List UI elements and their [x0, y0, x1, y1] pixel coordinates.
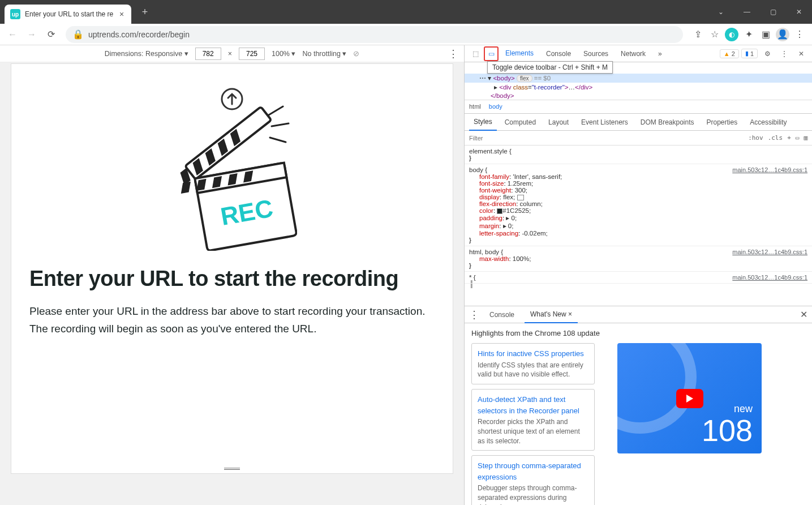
- devtools-menu-icon[interactable]: ⋮: [777, 46, 792, 61]
- resize-handle-bottom[interactable]: [224, 468, 240, 470]
- play-icon: [676, 389, 703, 408]
- maximize-button[interactable]: ▢: [760, 0, 786, 24]
- whatsnew-card[interactable]: Auto-detect XPath and text selectors in …: [471, 389, 595, 451]
- tab-accessibility[interactable]: Accessibility: [745, 114, 791, 131]
- whatsnew-video[interactable]: new 108: [617, 343, 762, 453]
- tooltip: Toggle device toolbar - Ctrl + Shift + M: [487, 61, 613, 74]
- close-button[interactable]: ✕: [786, 0, 812, 24]
- devtools-panel: ⬚ ▭ Elements Console Sources Network » ▲…: [464, 45, 812, 505]
- menu-icon[interactable]: ⋮: [792, 27, 807, 42]
- device-more-icon[interactable]: ⋮: [448, 48, 458, 60]
- tab-dom-breakpoints[interactable]: DOM Breakpoints: [636, 114, 699, 131]
- zoom-dropdown[interactable]: 100% ▾: [272, 49, 295, 58]
- tab-console[interactable]: Console: [540, 45, 577, 62]
- window-titlebar: up Enter your URL to start the recor × +…: [0, 0, 812, 24]
- url-text: uptrends.com/recorder/begin: [88, 30, 190, 39]
- back-button[interactable]: ←: [5, 27, 20, 42]
- hero-illustration: REC: [29, 87, 435, 251]
- throttling-dropdown[interactable]: No throttling ▾: [302, 49, 346, 58]
- browser-toolbar: ← → ⟳ 🔒 uptrends.com/recorder/begin ⇪ ☆ …: [0, 24, 812, 45]
- browser-tab[interactable]: up Enter your URL to start the recor ×: [5, 5, 131, 24]
- color-swatch[interactable]: [497, 208, 502, 214]
- whatsnew-card[interactable]: Hints for inactive CSS properties Identi…: [471, 343, 595, 384]
- forward-button[interactable]: →: [24, 27, 40, 42]
- height-input[interactable]: [239, 48, 265, 60]
- tab-layout[interactable]: Layout: [544, 114, 573, 131]
- css-rule[interactable]: main.503c12…1c4b9.css:1 html, body { max…: [465, 246, 812, 272]
- cls-toggle[interactable]: .cls: [768, 134, 783, 142]
- tab-properties[interactable]: Properties: [702, 114, 742, 131]
- svg-line-15: [269, 106, 283, 115]
- tab-sources[interactable]: Sources: [578, 45, 614, 62]
- drawer-menu-icon[interactable]: ⋮: [469, 309, 479, 321]
- card-desc: Recorder picks the XPath and shortest un…: [478, 417, 588, 446]
- drawer-body: Highlights from the Chrome 108 update Hi…: [465, 323, 812, 505]
- toggle-device-toolbar-icon[interactable]: ▭: [484, 46, 499, 61]
- extensions-icon[interactable]: ✦: [741, 27, 757, 42]
- drawer-close-icon[interactable]: ✕: [800, 309, 807, 320]
- whatsnew-card[interactable]: Step through comma-separated expressions…: [471, 455, 595, 505]
- tab-elements[interactable]: Elements: [500, 45, 539, 62]
- share-icon[interactable]: ⇪: [690, 27, 706, 42]
- tab-network[interactable]: Network: [615, 45, 651, 62]
- sidepanel-icon[interactable]: ▣: [758, 27, 774, 42]
- profile-avatar[interactable]: 👤: [775, 27, 790, 42]
- tab-more-icon[interactable]: »: [652, 45, 668, 62]
- crumb-html[interactable]: html: [469, 103, 481, 110]
- page-viewport: REC Enter your URL to start the recordin…: [11, 63, 453, 474]
- tab-computed[interactable]: Computed: [500, 114, 540, 131]
- chevron-down-icon[interactable]: ⌄: [708, 0, 734, 24]
- source-link[interactable]: main.503c12…1c4b9.css:1: [732, 166, 807, 173]
- rotate-icon[interactable]: ⊘: [353, 49, 359, 58]
- svg-rect-9: [181, 182, 191, 194]
- page-paragraph: Please enter your URL in the address bar…: [29, 302, 435, 338]
- flexbox-editor-icon[interactable]: [517, 195, 524, 200]
- address-bar[interactable]: 🔒 uptrends.com/recorder/begin: [66, 26, 683, 43]
- styles-rules[interactable]: element.style { } main.503c12…1c4b9.css:…: [465, 145, 812, 306]
- card-title: Hints for inactive CSS properties: [478, 348, 588, 360]
- new-tab-button[interactable]: +: [137, 4, 153, 20]
- dom-node[interactable]: ▸ <div class="t-recorder">…</div>: [465, 83, 812, 92]
- drawer-tab-console[interactable]: Console: [484, 306, 520, 323]
- source-link[interactable]: main.503c12…1c4b9.css:1: [732, 274, 807, 281]
- tab-close-icon[interactable]: ×: [118, 10, 126, 18]
- card-desc: Debugger steps through comma-separated e…: [478, 483, 588, 505]
- minimize-button[interactable]: —: [734, 0, 760, 24]
- inspect-element-icon[interactable]: ⬚: [468, 46, 483, 61]
- css-rule[interactable]: main.503c12…1c4b9.css:1 body { font-fami…: [465, 164, 812, 246]
- card-desc: Identify CSS styles that are entirely va…: [478, 361, 588, 380]
- settings-icon[interactable]: ⚙: [760, 46, 775, 61]
- sidebar-toggle-icon[interactable]: ▥: [804, 134, 807, 142]
- styles-tabbar: Styles Computed Layout Event Listeners D…: [465, 114, 812, 131]
- device-toolbar: Dimensions: Responsive ▾ × 100% ▾ No thr…: [0, 45, 464, 62]
- extension-uptrends-icon[interactable]: ◐: [724, 27, 740, 42]
- page-heading: Enter your URL to start the recording: [29, 267, 435, 291]
- tab-styles[interactable]: Styles: [469, 114, 497, 131]
- width-input[interactable]: [195, 48, 221, 60]
- new-style-icon[interactable]: +: [787, 134, 791, 142]
- card-title: Auto-detect XPath and text selectors in …: [478, 394, 588, 416]
- devtools-tabbar: ⬚ ▭ Elements Console Sources Network » ▲…: [465, 45, 812, 62]
- devtools-close-icon[interactable]: ✕: [794, 46, 809, 61]
- reload-button[interactable]: ⟳: [43, 27, 59, 42]
- css-rule[interactable]: element.style { }: [465, 145, 812, 164]
- tab-event-listeners[interactable]: Event Listeners: [577, 114, 633, 131]
- drawer-tab-whatsnew[interactable]: What's New ×: [525, 306, 578, 323]
- svg-line-17: [270, 138, 286, 142]
- messages-badge[interactable]: ▮1: [741, 49, 758, 58]
- css-rule[interactable]: main.503c12…1c4b9.css:1 * {: [465, 272, 812, 284]
- bookmark-icon[interactable]: ☆: [707, 27, 723, 42]
- warnings-badge[interactable]: ▲2: [720, 49, 739, 58]
- dom-node-selected[interactable]: ⋯ ▾ <body> flex == $0: [465, 74, 812, 83]
- dimensions-dropdown[interactable]: Dimensions: Responsive ▾: [105, 49, 188, 58]
- hov-toggle[interactable]: :hov: [748, 134, 763, 142]
- source-link[interactable]: main.503c12…1c4b9.css:1: [732, 249, 807, 255]
- lock-icon: 🔒: [72, 29, 84, 40]
- crumb-body[interactable]: body: [489, 103, 502, 110]
- device-viewport-area: REC Enter your URL to start the recordin…: [0, 62, 464, 505]
- computed-toggle-icon[interactable]: ▭: [796, 134, 800, 142]
- dom-node[interactable]: </body>: [465, 92, 812, 100]
- breadcrumb: html body: [465, 100, 812, 112]
- svg-line-16: [272, 123, 289, 126]
- styles-filter-input[interactable]: [469, 135, 744, 142]
